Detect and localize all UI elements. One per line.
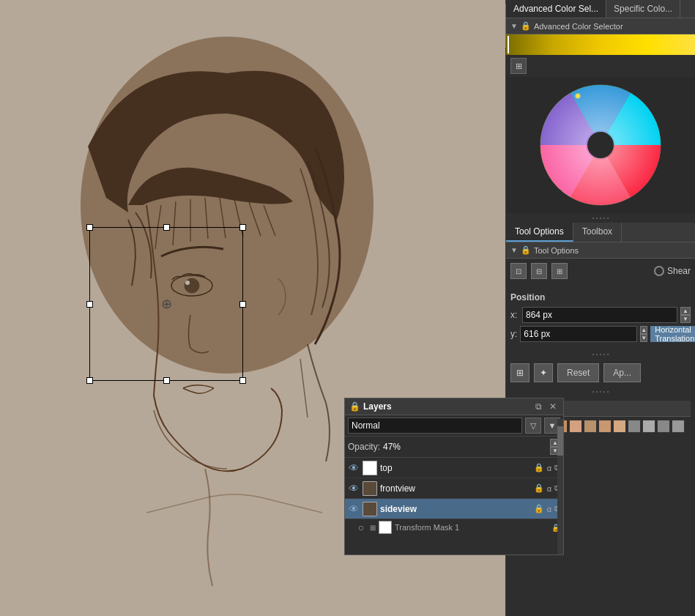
layer-row-transform-mask[interactable]: ○ ⊞ Transform Mask 1 🔒 (345, 519, 563, 535)
layers-close-btn[interactable]: ✕ (547, 401, 559, 412)
handle-middle-right[interactable] (239, 301, 246, 308)
x-spin-up[interactable]: ▲ (680, 307, 691, 315)
x-position-input[interactable] (522, 307, 677, 323)
y-axis-label: y: (510, 329, 517, 339)
color-wheel-area[interactable] (506, 77, 695, 213)
layer-row-top[interactable]: 👁 top 🔒 α ⧉ (345, 458, 563, 478)
y-position-spinner[interactable]: ▲ ▼ (640, 326, 647, 342)
svg-point-9 (587, 132, 614, 158)
tool-option-btn-3[interactable]: ⊞ (551, 263, 568, 279)
layer-thumb-frontview (363, 481, 377, 496)
tool-options-arrow-icon[interactable]: ▼ (510, 246, 518, 254)
layer-filter-btn[interactable]: ▽ (525, 418, 541, 434)
tool-option-btn-2[interactable]: ⊟ (531, 263, 547, 279)
layer-alpha-frontview[interactable]: α (547, 484, 551, 493)
lock-icon: 🔒 (521, 21, 531, 31)
palette-swatch[interactable] (657, 420, 670, 433)
tool-option-buttons-row: ⊡ ⊟ ⊞ Shear (510, 263, 691, 279)
layers-opacity-row: Opacity: 47% ▲ ▼ (345, 437, 563, 458)
position-section: Position x: ▲ ▼ y: ▲ ▼ Horizontal Transl… (506, 288, 695, 349)
collapse-arrow-icon[interactable]: ▼ (510, 22, 518, 30)
handle-top-middle[interactable] (163, 224, 170, 231)
palette-swatch[interactable] (598, 420, 612, 433)
palette-swatch[interactable] (672, 420, 685, 433)
layer-thumb-top (363, 461, 377, 475)
handle-bottom-middle[interactable] (163, 377, 170, 384)
tab-advanced-color[interactable]: Advanced Color Sel... (506, 0, 606, 18)
mask-thumb (379, 521, 392, 534)
handle-top-left[interactable] (86, 224, 93, 231)
layer-lock-frontview[interactable]: 🔒 (534, 483, 544, 493)
palette-swatch[interactable] (642, 420, 655, 433)
x-axis-label: x: (510, 310, 519, 320)
y-position-row: y: ▲ ▼ Horizontal Translation (510, 326, 691, 342)
tab-specific-color[interactable]: Specific Colo... (606, 0, 680, 18)
layer-name-top: top (380, 463, 531, 473)
layers-scrollbar[interactable] (557, 419, 563, 554)
layers-panel: 🔒 Layers ⧉ ✕ Normal ▽ ▼ Opacity: 47% ▲ ▼… (344, 398, 564, 555)
tab-toolbox[interactable]: Toolbox (573, 223, 622, 242)
x-position-spinner[interactable]: ▲ ▼ (680, 307, 691, 323)
handle-top-right[interactable] (239, 224, 246, 231)
layers-title: Layers (363, 401, 530, 412)
mask-link-icon: ⊞ (370, 524, 376, 532)
color-wheel-svg[interactable] (538, 83, 663, 207)
position-label: Position (510, 292, 691, 303)
layers-mode-row: Normal ▽ ▼ (345, 415, 563, 437)
palette-swatch[interactable] (613, 420, 626, 433)
color-selector-title: Advanced Color Selector (534, 22, 623, 31)
y-position-input[interactable] (520, 326, 637, 342)
x-position-row: x: ▲ ▼ (510, 307, 691, 323)
shear-label: Shear (667, 266, 691, 276)
apply-button[interactable]: Ap... (603, 363, 641, 382)
y-spin-up[interactable]: ▲ (640, 326, 647, 334)
cursor-icon-btn[interactable]: ✦ (534, 363, 553, 382)
color-wheel-container[interactable] (538, 83, 663, 207)
tool-options-section-header: ▼ 🔒 Tool Options (506, 242, 695, 259)
layer-thumb-sideview (363, 502, 377, 516)
transform-center-handle[interactable] (159, 297, 174, 311)
layer-mode-dropdown[interactable]: Normal (348, 418, 522, 434)
handle-middle-left[interactable] (86, 301, 93, 308)
divider-dots-1: • • • • • (506, 213, 695, 223)
layers-float-btn[interactable]: ⧉ (533, 401, 544, 412)
reset-button[interactable]: Reset (557, 363, 599, 382)
handle-bottom-right[interactable] (239, 377, 246, 384)
layer-visibility-top[interactable]: 👁 (348, 462, 360, 474)
layer-lock-sideview[interactable]: 🔒 (534, 504, 544, 513)
handle-bottom-left[interactable] (86, 377, 93, 384)
shear-row: Shear (654, 266, 691, 276)
layer-row-frontview[interactable]: 👁 frontview 🔒 α ⧉ (345, 478, 563, 499)
layer-name-frontview: frontview (380, 483, 531, 494)
x-spin-down[interactable]: ▼ (680, 315, 691, 323)
layer-visibility-frontview[interactable]: 👁 (348, 483, 360, 494)
y-position-tooltip: Horizontal Translation (650, 326, 695, 342)
layer-row-sideview[interactable]: 👁 sideview 🔒 α ⧉ (345, 499, 563, 519)
layers-scrollbar-thumb[interactable] (557, 426, 563, 456)
layer-alpha-top[interactable]: α (547, 464, 551, 472)
layer-visibility-sideview[interactable]: 👁 (348, 503, 360, 515)
transform-icon-btn[interactable]: ⊞ (510, 363, 529, 382)
color-panel-tabs: Advanced Color Sel... Specific Colo... (506, 0, 695, 18)
grid-icon-btn[interactable]: ⊞ (510, 58, 527, 74)
tool-option-btn-1[interactable]: ⊡ (510, 263, 527, 279)
tool-options-tabs: Tool Options Toolbox (506, 223, 695, 242)
color-gradient-bar[interactable] (506, 34, 695, 55)
palette-swatch[interactable] (569, 420, 582, 433)
advanced-color-selector-header: ▼ 🔒 Advanced Color Selector (506, 18, 695, 34)
opacity-value: 47% (383, 442, 547, 452)
transform-selection-box[interactable] (89, 227, 243, 381)
tab-tool-options[interactable]: Tool Options (506, 223, 573, 242)
tool-options-lock-icon: 🔒 (521, 245, 531, 255)
layers-title-bar: 🔒 Layers ⧉ ✕ (345, 398, 563, 415)
layers-lock-icon: 🔒 (349, 401, 360, 412)
tool-options-title: Tool Options (534, 246, 579, 255)
palette-swatch[interactable] (628, 420, 641, 433)
color-selector-icon-row: ⊞ (506, 55, 695, 77)
layer-visibility-mask[interactable]: ○ (355, 522, 367, 533)
layer-alpha-sideview[interactable]: α (547, 505, 551, 513)
palette-swatch[interactable] (584, 420, 597, 433)
shear-checkbox[interactable] (654, 266, 664, 276)
layer-lock-top[interactable]: 🔒 (534, 463, 544, 472)
y-spin-down[interactable]: ▼ (640, 334, 647, 342)
